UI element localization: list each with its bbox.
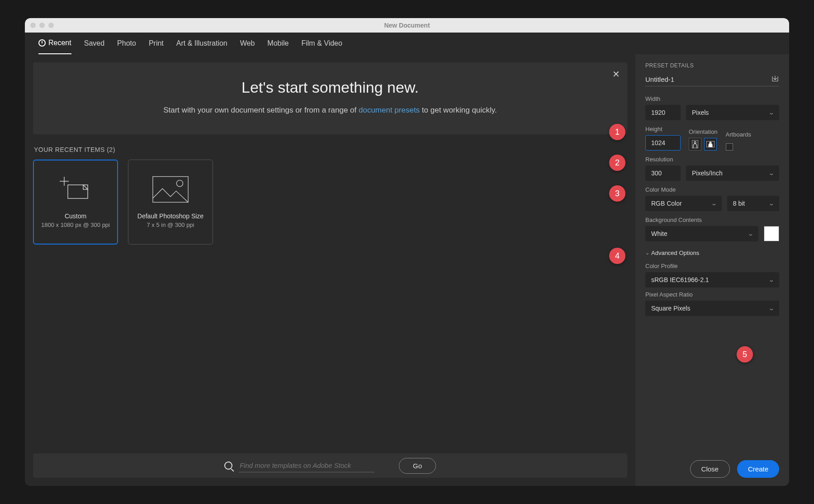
minimize-window-icon[interactable] <box>39 23 45 28</box>
chevron-down-icon: ⌄ <box>748 231 754 237</box>
background-color-swatch[interactable] <box>764 226 779 241</box>
chevron-down-icon: ⌄ <box>768 277 775 283</box>
callout-3: 3 <box>609 185 625 202</box>
chevron-down-icon: ⌄ <box>645 250 649 256</box>
color-mode-dropdown[interactable]: RGB Color⌄ <box>645 196 722 211</box>
resolution-unit-dropdown[interactable]: Pixels/Inch⌄ <box>686 165 779 181</box>
preset-item-custom[interactable]: Custom 1800 x 1080 px @ 300 ppi <box>33 160 118 245</box>
color-mode-label: Color Mode <box>645 186 779 193</box>
tab-label: Recent <box>48 39 71 47</box>
preset-name: Default Photoshop Size <box>137 212 204 220</box>
advanced-options-toggle[interactable]: ⌄ Advanced Options <box>645 250 779 256</box>
chevron-down-icon: ⌄ <box>711 201 717 207</box>
main-panel: ✕ Let's start something new. Start with … <box>25 54 635 486</box>
window-title: New Document <box>384 22 430 29</box>
tab-print[interactable]: Print <box>149 39 164 54</box>
background-dropdown[interactable]: White⌄ <box>645 226 758 241</box>
welcome-banner: ✕ Let's start something new. Start with … <box>33 62 627 134</box>
svg-point-3 <box>694 141 696 143</box>
preset-dims: 7 x 5 in @ 300 ppi <box>147 221 194 228</box>
traffic-lights <box>30 23 54 28</box>
bit-depth-dropdown[interactable]: 8 bit⌄ <box>727 196 779 211</box>
banner-heading: Let's start something new. <box>42 79 618 96</box>
height-label: Height <box>645 126 681 132</box>
pixel-aspect-label: Pixel Aspect Ratio <box>645 291 779 298</box>
preset-details-title: PRESET DETAILS <box>645 62 779 69</box>
tab-mobile[interactable]: Mobile <box>267 39 289 54</box>
image-preset-icon <box>152 175 189 203</box>
recent-items-label: YOUR RECENT ITEMS (2) <box>34 146 627 153</box>
svg-point-1 <box>176 180 183 187</box>
chevron-down-icon: ⌄ <box>768 306 775 311</box>
new-document-window: New Document Recent Saved Photo Print Ar… <box>25 18 789 486</box>
tab-film[interactable]: Film & Video <box>301 39 342 54</box>
go-button[interactable]: Go <box>399 458 436 474</box>
width-input[interactable] <box>645 105 681 120</box>
tab-art[interactable]: Art & Illustration <box>176 39 227 54</box>
tab-recent[interactable]: Recent <box>38 39 71 54</box>
svg-rect-0 <box>153 177 188 203</box>
preset-name: Custom <box>65 212 86 220</box>
artboards-label: Artboards <box>726 131 751 138</box>
chevron-down-icon: ⌄ <box>768 201 775 207</box>
orientation-portrait-button[interactable] <box>689 138 701 151</box>
close-window-icon[interactable] <box>30 23 36 28</box>
color-profile-dropdown[interactable]: sRGB IEC61966-2.1⌄ <box>645 272 779 287</box>
presets-link[interactable]: document presets <box>359 106 420 114</box>
color-profile-label: Color Profile <box>645 263 779 269</box>
document-name-input[interactable] <box>645 75 767 83</box>
stock-search-input[interactable] <box>239 459 374 472</box>
category-tabs: Recent Saved Photo Print Art & Illustrat… <box>25 33 789 54</box>
callout-2: 2 <box>609 155 625 171</box>
callout-4: 4 <box>609 248 625 264</box>
height-input[interactable] <box>645 135 681 151</box>
create-button[interactable]: Create <box>737 460 779 478</box>
pixel-aspect-dropdown[interactable]: Square Pixels⌄ <box>645 301 779 316</box>
background-label: Background Contents <box>645 217 779 223</box>
save-preset-icon[interactable] <box>771 75 779 83</box>
tab-web[interactable]: Web <box>240 39 255 54</box>
maximize-window-icon[interactable] <box>48 23 54 28</box>
resolution-input[interactable] <box>645 165 681 181</box>
width-unit-dropdown[interactable]: Pixels⌄ <box>686 105 779 120</box>
stock-search-bar: Go <box>33 453 627 478</box>
custom-preset-icon <box>57 175 94 203</box>
clock-icon <box>38 39 46 47</box>
artboards-checkbox[interactable] <box>726 143 733 151</box>
chevron-down-icon: ⌄ <box>768 110 775 116</box>
close-banner-icon[interactable]: ✕ <box>612 69 620 80</box>
width-label: Width <box>645 95 779 102</box>
search-icon <box>224 462 232 470</box>
orientation-label: Orientation <box>689 128 718 135</box>
resolution-label: Resolution <box>645 156 779 163</box>
close-button[interactable]: Close <box>690 460 730 478</box>
orientation-landscape-button[interactable] <box>704 138 717 151</box>
titlebar: New Document <box>25 18 789 33</box>
tab-saved[interactable]: Saved <box>84 39 104 54</box>
callout-1: 1 <box>609 124 625 140</box>
tab-photo[interactable]: Photo <box>117 39 136 54</box>
preset-details-panel: PRESET DETAILS Width Pixels⌄ Height Orie… <box>635 54 789 486</box>
callout-5: 5 <box>737 346 753 363</box>
banner-text: Start with your own document settings or… <box>42 104 618 116</box>
chevron-down-icon: ⌄ <box>768 170 775 176</box>
preset-item-default[interactable]: Default Photoshop Size 7 x 5 in @ 300 pp… <box>128 160 213 245</box>
preset-dims: 1800 x 1080 px @ 300 ppi <box>41 221 110 228</box>
recent-items-grid: Custom 1800 x 1080 px @ 300 ppi Default … <box>33 160 627 448</box>
